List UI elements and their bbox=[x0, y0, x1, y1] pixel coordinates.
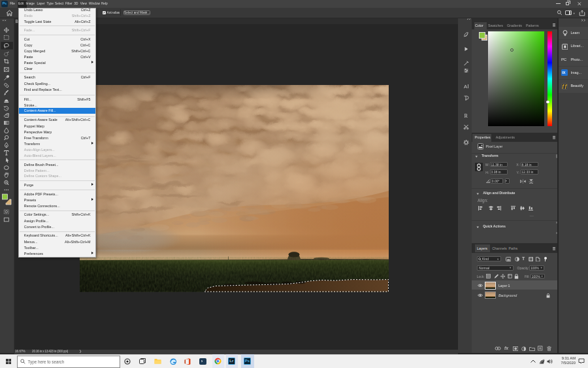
svg-text:A: A bbox=[464, 84, 467, 90]
svg-text:R: R bbox=[464, 113, 468, 119]
